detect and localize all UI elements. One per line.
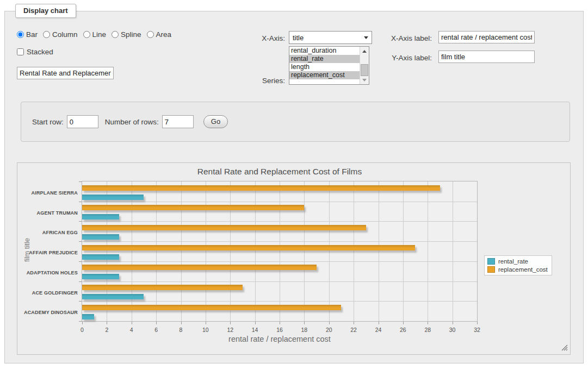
- number-of-rows-label: Number of rows:: [105, 118, 159, 126]
- number-of-rows-input[interactable]: [162, 115, 194, 128]
- radio-column[interactable]: [43, 31, 50, 38]
- chart-legend: rental_ratereplacement_cost: [484, 255, 552, 275]
- chart-type-option-bar[interactable]: Bar: [17, 30, 38, 39]
- x-axis-label-label: X-Axis label:: [380, 34, 432, 42]
- x-tick-label: 32: [474, 327, 480, 333]
- gridline: [453, 181, 453, 321]
- stacked-label: Stacked: [27, 48, 53, 56]
- bar-replacement_cost-affair-prejudice: [82, 245, 415, 250]
- series-option-replacement_cost[interactable]: replacement_cost: [289, 71, 360, 79]
- category-label: ACADEMY DINOSAUR: [17, 309, 78, 316]
- gridline: [206, 181, 206, 321]
- legend-item-rental_rate: rental_rate: [487, 258, 548, 265]
- gridline: [82, 281, 477, 282]
- bar-replacement_cost-african-egg: [82, 225, 366, 230]
- x-tick-mark: [329, 322, 330, 324]
- bar-rental_rate-airplane-sierra: [82, 195, 144, 200]
- x-tick-mark: [156, 322, 157, 324]
- gridline: [82, 221, 477, 222]
- chart-type-option-area[interactable]: Area: [147, 30, 172, 39]
- x-tick-label: 18: [301, 327, 308, 333]
- radio-spline[interactable]: [112, 31, 119, 38]
- chart-title-input[interactable]: [17, 67, 114, 79]
- radio-label: Column: [52, 30, 78, 39]
- category-label: AGENT TRUMAN: [17, 209, 78, 217]
- gridline: [82, 261, 477, 262]
- gridline: [379, 181, 379, 321]
- panel-title: Display chart: [15, 4, 76, 18]
- chart-type-option-line[interactable]: Line: [83, 30, 107, 39]
- x-tick-mark: [403, 322, 404, 324]
- y-tick-mark: [79, 181, 82, 182]
- stacked-checkbox[interactable]: [17, 48, 24, 55]
- x-tick-label: 12: [227, 327, 233, 333]
- y-tick-mark: [79, 281, 82, 282]
- legend-label: replacement_cost: [498, 266, 548, 273]
- chart-type-option-spline[interactable]: Spline: [112, 30, 141, 39]
- x-tick-label: 16: [276, 327, 283, 333]
- series-option-rental_rate[interactable]: rental_rate: [289, 55, 360, 63]
- radio-area[interactable]: [147, 31, 154, 38]
- chart-container: Rental Rate and Replacement Cost of Film…: [17, 162, 571, 355]
- bar-rental_rate-ace-goldfinger: [82, 294, 144, 299]
- series-option-rental_duration[interactable]: rental_duration: [289, 47, 360, 55]
- x-tick-mark: [477, 322, 478, 324]
- radio-bar[interactable]: [17, 31, 24, 38]
- gridline: [304, 181, 305, 321]
- y-axis-label-input[interactable]: [438, 51, 535, 63]
- series-listbox-items: rental_durationrental_ratelengthreplacem…: [289, 47, 360, 84]
- x-axis-select[interactable]: title: [289, 31, 372, 44]
- bar-replacement_cost-airplane-sierra: [82, 185, 440, 191]
- bar-replacement_cost-agent-truman: [82, 205, 304, 210]
- x-tick-mark: [206, 322, 206, 324]
- x-tick-label: 22: [350, 327, 357, 333]
- chart-type-option-column[interactable]: Column: [43, 30, 78, 39]
- x-tick-mark: [428, 322, 428, 324]
- series-option-length[interactable]: length: [289, 63, 360, 71]
- gridline: [132, 181, 132, 321]
- chart-title: Rental Rate and Replacement Cost of Film…: [82, 167, 478, 177]
- start-row-input[interactable]: [67, 115, 98, 128]
- go-button[interactable]: Go: [203, 115, 228, 128]
- x-tick-mark: [379, 322, 379, 324]
- category-label: AFRICAN EGG: [17, 229, 78, 236]
- gridline: [82, 301, 477, 302]
- x-tick-mark: [255, 322, 256, 324]
- legend-swatch: [487, 258, 495, 265]
- gridline: [403, 181, 404, 321]
- legend-item-replacement_cost: replacement_cost: [487, 266, 548, 273]
- bar-replacement_cost-adaptation-holes: [82, 265, 317, 270]
- x-tick-mark: [82, 322, 83, 324]
- y-tick-mark: [79, 261, 82, 262]
- bar-rental_rate-academy-dinosaur: [82, 314, 94, 319]
- radio-line[interactable]: [83, 31, 90, 38]
- bar-rental_rate-agent-truman: [82, 214, 119, 220]
- gridline: [280, 181, 280, 321]
- start-row-label: Start row:: [32, 118, 64, 126]
- legend-label: rental_rate: [498, 258, 528, 265]
- scrollbar-thumb[interactable]: [361, 64, 368, 76]
- x-tick-label: 6: [154, 327, 158, 333]
- series-scrollbar[interactable]: [360, 47, 369, 84]
- gridline: [255, 181, 256, 321]
- x-tick-mark: [304, 322, 305, 324]
- display-chart-panel: Display chart BarColumnLineSplineArea St…: [4, 11, 584, 363]
- scroll-up-icon[interactable]: [360, 47, 369, 55]
- stacked-option[interactable]: Stacked: [17, 48, 53, 56]
- y-tick-mark: [79, 321, 82, 322]
- x-tick-mark: [107, 322, 107, 324]
- row-range-panel: Start row: Number of rows: Go: [21, 102, 570, 142]
- x-axis-select-label: X-Axis:: [240, 34, 285, 42]
- x-axis-label-input[interactable]: [438, 31, 535, 43]
- resize-grip-icon[interactable]: [561, 344, 568, 351]
- chevron-down-icon: [364, 36, 368, 39]
- y-tick-mark: [79, 241, 82, 242]
- x-tick-label: 10: [202, 327, 209, 333]
- scroll-down-icon[interactable]: [360, 76, 369, 84]
- series-listbox[interactable]: rental_durationrental_ratelengthreplacem…: [289, 46, 369, 85]
- category-label: AFFAIR PREJUDICE: [17, 249, 78, 256]
- category-label: AIRPLANE SIERRA: [17, 189, 78, 197]
- gridline: [230, 181, 231, 321]
- chart-type-radios: BarColumnLineSplineArea: [17, 30, 171, 39]
- x-tick-label: 2: [105, 327, 108, 333]
